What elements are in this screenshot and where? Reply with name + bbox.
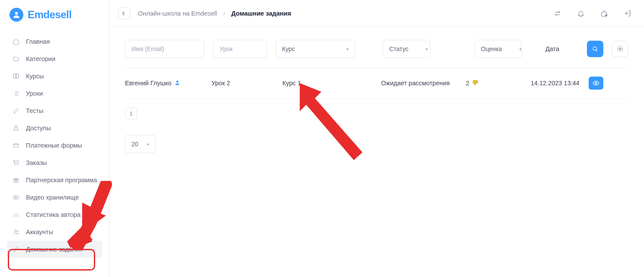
select-label: Статус <box>389 45 408 52</box>
grade-value: 2 <box>466 80 469 87</box>
cell-grade: 2 <box>466 79 531 87</box>
edit-icon <box>12 107 20 115</box>
svg-point-10 <box>605 14 607 16</box>
sidebar-item-label: Видео хранилище <box>26 194 79 201</box>
svg-point-12 <box>619 48 621 50</box>
page-size-value: 20 <box>131 141 138 148</box>
course-select[interactable]: Курс ▾ <box>276 40 355 58</box>
sidebar-item-label: Доступы <box>26 125 51 132</box>
sliders-icon[interactable] <box>550 6 565 21</box>
page-number[interactable]: 1 <box>125 107 137 119</box>
back-button[interactable] <box>118 7 130 19</box>
cell-name[interactable]: Евгений Глушко <box>125 80 211 87</box>
select-label: Курс <box>282 45 295 52</box>
svg-point-14 <box>595 82 597 84</box>
date-column-header: Дата <box>545 45 559 52</box>
cell-course: Курс 1 <box>282 80 381 87</box>
cart-icon <box>12 159 20 167</box>
cell-lesson: Урок 2 <box>211 80 282 87</box>
logo-icon <box>10 8 23 22</box>
sidebar-item-label: Домашние задания <box>26 246 83 253</box>
settings-button[interactable] <box>612 41 628 57</box>
name-email-input[interactable] <box>125 40 205 58</box>
sidebar-item-label: Категории <box>26 55 55 62</box>
chart-bars-icon <box>12 211 20 219</box>
cell-date: 14.12.2023 13:44 <box>531 80 589 87</box>
user-name: Евгений Глушко <box>125 80 172 87</box>
thumbs-down-icon <box>472 79 479 87</box>
card-icon <box>12 142 20 149</box>
lock-icon <box>12 124 20 132</box>
filter-row: Курс ▾ Статус ▾ Оценка ▾ Дата <box>125 40 628 68</box>
sidebar-item-label: Главная <box>26 38 50 45</box>
chevron-down-icon: ▾ <box>147 142 149 147</box>
sidebar-item-accounts[interactable]: Аккаунты <box>7 223 102 241</box>
topbar: Онлайн-школа на Emdesell › Домашние зада… <box>109 0 644 27</box>
sidebar-item-affiliate[interactable]: Партнерская программа <box>7 171 102 189</box>
users-icon <box>12 228 20 236</box>
pagination: 1 <box>125 107 628 119</box>
user-icon <box>174 80 180 87</box>
logo[interactable]: Emdesell <box>0 0 109 29</box>
breadcrumb-current: Домашние задания <box>231 10 291 17</box>
chevron-right-icon: › <box>223 10 225 17</box>
select-label: Оценка <box>481 45 502 52</box>
video-icon <box>12 193 20 201</box>
search-button[interactable] <box>587 41 603 57</box>
page-size-select[interactable]: 20 ▾ <box>125 135 156 153</box>
logout-icon[interactable] <box>620 6 635 21</box>
sidebar-item-label: Тесты <box>26 107 43 114</box>
sidebar-item-courses[interactable]: Курсы <box>7 68 102 85</box>
grade-select[interactable]: Оценка ▾ <box>474 40 522 58</box>
sidebar-item-access[interactable]: Доступы <box>7 119 102 137</box>
folder-icon <box>12 55 20 63</box>
sidebar-item-label: Аккаунты <box>26 229 53 235</box>
svg-point-13 <box>176 81 178 83</box>
home-notification-icon[interactable] <box>596 6 612 21</box>
sidebar-item-video-storage[interactable]: Видео хранилище <box>7 189 102 206</box>
bell-icon[interactable] <box>573 6 589 21</box>
table-row: Евгений Глушко Урок 2 Курс 1 Ожидает рас… <box>125 68 628 99</box>
svg-point-11 <box>593 47 596 50</box>
svg-point-7 <box>17 230 18 232</box>
sidebar-item-label: Уроки <box>26 90 43 97</box>
breadcrumb-root[interactable]: Онлайн-школа на Emdesell <box>138 10 217 17</box>
svg-rect-2 <box>13 144 19 147</box>
logo-text: Emdesell <box>28 9 71 21</box>
sidebar-item-label: Статистика автора <box>26 211 80 218</box>
sidebar-item-author-stats[interactable]: Статистика автора <box>7 206 102 223</box>
sidebar-item-label: Платежные формы <box>26 142 82 149</box>
book-icon <box>12 72 20 80</box>
sidebar-nav: Главная Категории Курсы Уроки Тесты Дост… <box>0 29 109 277</box>
sidebar-item-lessons[interactable]: Уроки <box>7 85 102 102</box>
sidebar-item-home[interactable]: Главная <box>7 33 102 50</box>
cell-status: Ожидает рассмотрения <box>381 80 466 87</box>
sidebar-item-label: Заказы <box>26 159 47 166</box>
main: Онлайн-школа на Emdesell › Домашние зада… <box>109 0 644 277</box>
chevron-down-icon: ▾ <box>346 47 349 52</box>
sidebar-item-categories[interactable]: Категории <box>7 50 102 68</box>
svg-point-8 <box>558 11 560 13</box>
svg-rect-1 <box>14 128 18 130</box>
sidebar-item-tests[interactable]: Тесты <box>7 102 102 119</box>
sidebar: Emdesell Главная Категории Курсы Уроки Т… <box>0 0 109 277</box>
gift-icon <box>12 176 20 184</box>
svg-point-0 <box>15 12 18 15</box>
sidebar-item-label: Партнерская программа <box>26 177 97 184</box>
sidebar-item-orders[interactable]: Заказы <box>7 154 102 171</box>
content: Курс ▾ Статус ▾ Оценка ▾ Дата <box>109 27 644 277</box>
home-icon <box>12 38 20 45</box>
lesson-input[interactable] <box>213 40 267 58</box>
sidebar-item-homework[interactable]: Домашние задания <box>7 241 102 258</box>
sidebar-item-payment-forms[interactable]: Платежные формы <box>7 137 102 154</box>
breadcrumb: Онлайн-школа на Emdesell › Домашние зада… <box>138 10 291 17</box>
status-select[interactable]: Статус ▾ <box>383 40 430 58</box>
pencil-icon <box>12 245 20 253</box>
sidebar-item-label: Курсы <box>26 73 44 80</box>
view-button[interactable] <box>589 77 603 90</box>
chevron-down-icon: ▾ <box>426 47 428 52</box>
svg-point-6 <box>14 230 16 232</box>
svg-point-9 <box>556 14 557 15</box>
list-icon <box>12 90 20 97</box>
chevron-down-icon: ▾ <box>519 47 522 52</box>
